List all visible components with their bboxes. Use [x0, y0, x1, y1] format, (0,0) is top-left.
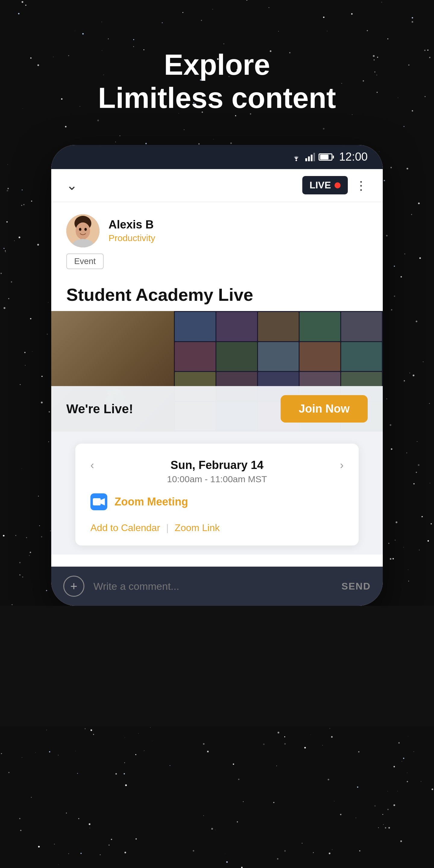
author-section: Alexis B Productivity Event [51, 202, 383, 275]
video-thumb [175, 342, 216, 371]
video-thumb [300, 312, 340, 341]
add-to-calendar-link[interactable]: Add to Calendar [90, 522, 160, 533]
live-badge: LIVE [302, 176, 348, 194]
event-date: Sun, February 14 [170, 459, 264, 472]
calendar-links: Add to Calendar | Zoom Link [90, 519, 344, 533]
event-tag: Event [66, 253, 104, 269]
battery-icon [318, 153, 333, 161]
plus-icon: + [70, 580, 77, 592]
hero-line1: Explore [98, 48, 336, 82]
status-bar: 12:00 [51, 145, 383, 169]
add-media-button[interactable]: + [63, 576, 84, 597]
event-title: Student Academy Live [51, 275, 383, 311]
event-details-card: ‹ Sun, February 14 › 10:00am - 11:00am M… [75, 444, 359, 546]
more-icon[interactable]: ⋮ [355, 179, 368, 192]
zoom-camera-icon [93, 498, 105, 506]
svg-point-7 [76, 222, 90, 239]
svg-rect-4 [313, 153, 315, 161]
hero-line2: Limitless content [98, 82, 336, 115]
status-time: 12:00 [339, 150, 368, 163]
zoom-row: Zoom Meeting [90, 493, 344, 510]
chevron-down-icon[interactable]: ⌄ [66, 178, 78, 193]
event-details-wrapper: ‹ Sun, February 14 › 10:00am - 11:00am M… [51, 432, 383, 555]
zoom-meeting-label[interactable]: Zoom Meeting [115, 495, 188, 508]
bottom-spacer [0, 606, 434, 726]
signal-icon [305, 153, 315, 161]
video-thumb [216, 342, 257, 371]
join-now-button[interactable]: Join Now [281, 395, 368, 423]
author-info: Alexis B Productivity [108, 218, 155, 243]
status-icons: 12:00 [291, 150, 368, 163]
event-time: 10:00am - 11:00am MST [90, 474, 344, 484]
date-row: ‹ Sun, February 14 › [90, 459, 344, 472]
avatar [66, 214, 99, 247]
svg-marker-21 [101, 498, 105, 505]
live-banner-text: We're Live! [66, 402, 133, 416]
link-divider: | [166, 522, 168, 533]
comment-input[interactable] [93, 581, 333, 592]
author-row: Alexis B Productivity [66, 214, 155, 247]
avatar-image [66, 214, 99, 247]
nav-right: LIVE ⋮ [302, 176, 368, 194]
live-label: LIVE [310, 180, 331, 191]
svg-rect-3 [311, 155, 313, 161]
video-thumb [300, 342, 340, 371]
svg-rect-2 [308, 156, 310, 161]
date-next-arrow[interactable]: › [340, 459, 344, 472]
hero-section: Explore Limitless content [98, 48, 336, 115]
send-button[interactable]: SEND [341, 581, 371, 592]
svg-rect-1 [305, 158, 307, 161]
zoom-icon [90, 493, 107, 510]
svg-point-0 [296, 159, 297, 161]
video-thumb [341, 312, 382, 341]
zoom-link[interactable]: Zoom Link [175, 522, 220, 533]
author-category: Productivity [108, 233, 155, 243]
video-thumb [341, 342, 382, 371]
phone-mockup: 12:00 ⌄ LIVE ⋮ [51, 145, 383, 606]
author-name: Alexis B [108, 218, 155, 231]
video-thumb [175, 312, 216, 341]
video-thumb [216, 312, 257, 341]
svg-point-10 [79, 228, 82, 231]
svg-rect-20 [93, 498, 101, 505]
date-prev-arrow[interactable]: ‹ [90, 459, 94, 472]
event-image: We're Live! Join Now [51, 311, 383, 432]
video-thumb [258, 312, 299, 341]
live-dot [335, 182, 341, 188]
live-banner: We're Live! Join Now [51, 386, 383, 432]
svg-point-11 [84, 228, 87, 231]
comment-bar: + SEND [51, 567, 383, 606]
top-nav: ⌄ LIVE ⋮ [51, 169, 383, 202]
wifi-icon [291, 153, 302, 161]
video-thumb [258, 342, 299, 371]
